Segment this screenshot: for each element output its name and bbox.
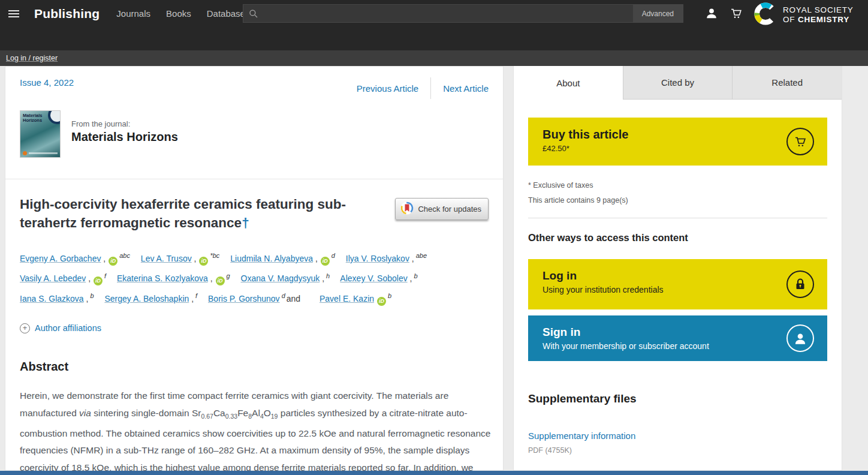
author-entry: Oxana V. Magdysyuk ,h — [241, 273, 330, 283]
author-affiliation-sup: d — [282, 292, 285, 299]
abstract-text: Herein, we demonstrate for the first tim… — [20, 387, 491, 475]
cover-art — [48, 110, 61, 124]
panel-tabs: About Cited by Related — [514, 66, 842, 100]
crossmark-icon — [400, 202, 414, 217]
account-bar: Log in / register — [0, 50, 868, 66]
supplementary-information-link[interactable]: Supplementary information — [528, 431, 827, 441]
author-affiliation-sup: abc — [119, 252, 130, 259]
top-header: Publishing Journals Books Databases Adva… — [0, 0, 868, 50]
tab-about[interactable]: About — [514, 66, 623, 100]
author-affiliation-sup: abe — [416, 252, 427, 259]
check-for-updates-button[interactable]: Check for updates — [395, 198, 489, 220]
author-link[interactable]: Oxana V. Magdysyuk — [241, 273, 320, 283]
orcid-icon[interactable]: iD — [377, 297, 386, 306]
article-price: £42.50* — [542, 144, 773, 153]
author-link[interactable]: Vasily A. Lebedev — [20, 273, 86, 283]
search-input[interactable] — [263, 5, 633, 22]
previous-article-link[interactable]: Previous Article — [357, 80, 418, 97]
author-link[interactable]: Ekaterina S. Kozlyakova — [117, 273, 208, 283]
issue-link[interactable]: Issue 4, 2022 — [20, 77, 74, 88]
author-entry: Ekaterina S. Kozlyakova ,iDg — [117, 273, 230, 283]
section-divider — [5, 179, 503, 179]
article-card: Issue 4, 2022 Previous Article Next Arti… — [5, 66, 504, 471]
from-journal-label: From the journal: — [71, 119, 178, 128]
author-link[interactable]: Ilya V. Roslyakov — [346, 254, 409, 263]
journal-name-link[interactable]: Materials Horizons — [71, 130, 178, 144]
orcid-icon[interactable]: iD — [216, 276, 225, 285]
footer-bar — [0, 471, 868, 475]
author-entry: Iana S. Glazkova ,b — [20, 294, 94, 303]
tab-cited-by[interactable]: Cited by — [623, 66, 733, 100]
author-affiliation-sup: b — [90, 292, 94, 299]
top-nav: Journals Books Databases — [116, 8, 249, 19]
orcid-icon[interactable]: iD — [199, 257, 208, 266]
author-entry: Alexey V. Sobolev ,b — [340, 273, 417, 283]
supplementary-files-heading: Supplementary files — [528, 392, 827, 405]
orcid-icon[interactable]: iD — [108, 257, 117, 266]
article-side-panel: About Cited by Related Buy this article … — [513, 66, 842, 471]
nav-books[interactable]: Books — [166, 8, 191, 19]
author-entry: Ilya V. Roslyakov ,abe — [346, 254, 427, 263]
account-icon[interactable] — [705, 6, 718, 20]
other-ways-heading: Other ways to access this content — [528, 232, 827, 243]
advanced-search-button[interactable]: Advanced — [633, 5, 683, 22]
rsc-logo-c-icon — [753, 1, 778, 29]
author-link[interactable]: Evgeny A. Gorbachev — [20, 254, 101, 263]
author-affiliation-sup: b — [414, 272, 417, 279]
author-entry: Vasily A. Lebedev ,iDf — [20, 273, 106, 283]
author-affiliation-sup: f — [104, 272, 106, 279]
article-title: High-coercivity hexaferrite ceramics fea… — [20, 195, 395, 232]
author-link[interactable]: Lev A. Trusov — [141, 254, 192, 263]
buy-cart-icon — [786, 128, 814, 155]
author-entry: Liudmila N. Alyabyeva ,iDd — [230, 254, 335, 263]
user-icon — [786, 324, 814, 352]
author-list: Evgeny A. Gorbachev ,iDabc Lev A. Trusov… — [20, 247, 491, 308]
article-pagination: Previous Article Next Article — [357, 77, 489, 99]
author-entry: Evgeny A. Gorbachev ,iDabc — [20, 254, 130, 263]
orcid-icon[interactable]: iD — [94, 276, 103, 285]
nav-journals[interactable]: Journals — [116, 8, 150, 19]
author-link[interactable]: Sergey A. Beloshapkin — [104, 294, 189, 303]
supplementary-file-meta: PDF (4755K) — [528, 446, 827, 455]
lock-icon — [786, 270, 814, 298]
author-link[interactable]: Boris P. Gorshunov — [208, 294, 280, 303]
page: Publishing Journals Books Databases Adva… — [0, 0, 868, 475]
author-entry: Pavel E. KaziniDb — [320, 294, 391, 303]
institution-login-button[interactable]: Log in Using your institution credential… — [528, 259, 827, 309]
panel-divider — [528, 218, 827, 218]
page-count-note: This article contains 9 page(s) — [528, 196, 827, 205]
tab-related[interactable]: Related — [733, 66, 842, 100]
pagination-divider — [430, 77, 431, 99]
search-bar: Advanced — [243, 4, 683, 23]
cart-icon[interactable] — [729, 6, 743, 20]
author-affiliation-sup: b — [388, 292, 391, 299]
buy-article-button[interactable]: Buy this article £42.50* — [528, 118, 827, 166]
orcid-icon[interactable]: iD — [321, 257, 330, 266]
next-article-link[interactable]: Next Article — [443, 80, 489, 97]
and-connector: and — [287, 294, 300, 303]
journal-cover-thumbnail[interactable]: Materials Horizons — [20, 110, 61, 158]
author-link[interactable]: Iana S. Glazkova — [20, 294, 84, 303]
footnote-dagger-link[interactable]: † — [242, 215, 249, 230]
author-link[interactable]: Liudmila N. Alyabyeva — [230, 254, 313, 263]
abstract-heading: Abstract — [20, 360, 489, 374]
member-signin-button[interactable]: Sign in With your membership or subscrib… — [528, 315, 827, 361]
author-affiliations-toggle[interactable]: + Author affiliations — [20, 323, 489, 333]
author-affiliation-sup: d — [331, 252, 335, 259]
menu-icon[interactable] — [8, 8, 19, 19]
author-entry: Sergey A. Beloshapkin ,f — [104, 294, 197, 303]
author-link[interactable]: Alexey V. Sobolev — [340, 273, 407, 283]
author-affiliation-sup: g — [227, 272, 230, 279]
author-affiliation-sup: h — [326, 272, 330, 279]
author-link[interactable]: Pavel E. Kazin — [320, 294, 374, 303]
rsc-logo[interactable]: ROYAL SOCIETY OF CHEMISTRY — [753, 1, 854, 29]
author-affiliation-sup: f — [195, 292, 197, 299]
brand-publishing[interactable]: Publishing — [34, 7, 100, 21]
expand-plus-icon: + — [20, 323, 30, 333]
login-register-link[interactable]: Log in / register — [6, 54, 58, 62]
search-icon — [249, 9, 258, 19]
tax-note: * Exclusive of taxes — [528, 181, 827, 190]
author-entry: Boris P. Gorshunovdand — [208, 294, 309, 303]
author-affiliation-sup: *bc — [210, 252, 219, 259]
author-entry: Lev A. Trusov ,iD*bc — [141, 254, 220, 263]
